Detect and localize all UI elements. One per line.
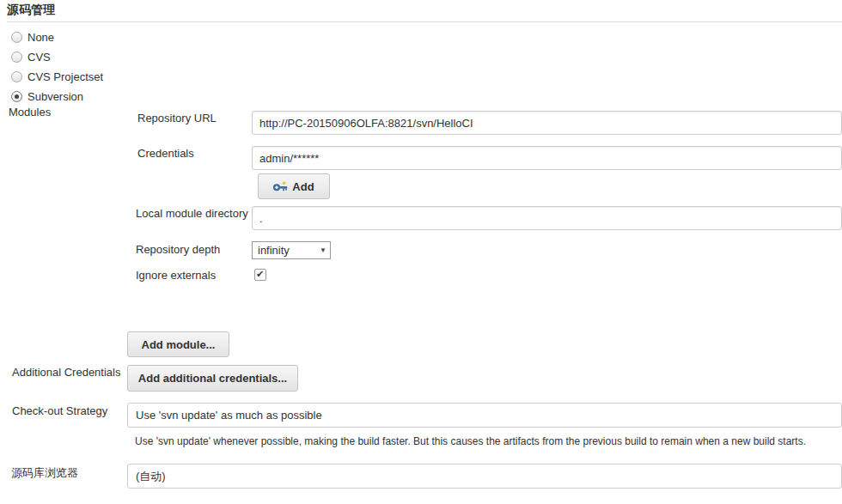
radio-button-subversion[interactable]	[11, 91, 22, 102]
repository-browser-select[interactable]: (自动)	[127, 464, 842, 489]
section-divider	[7, 21, 842, 22]
add-additional-credentials-button[interactable]: Add additional credentials...	[127, 365, 298, 392]
add-credentials-button-label: Add	[292, 180, 314, 193]
checkout-strategy-value: Use 'svn update' as much as possible	[136, 409, 322, 422]
add-credentials-button[interactable]: Add	[258, 173, 330, 199]
repository-depth-select[interactable]: infinity ▼	[252, 241, 331, 259]
checkout-strategy-help: Use 'svn update' whenever possible, maki…	[135, 435, 806, 447]
add-additional-credentials-button-label: Add additional credentials...	[138, 372, 287, 385]
repository-depth-label: Repository depth	[136, 243, 220, 256]
local-module-directory-label: Local module directory	[136, 207, 248, 220]
checkout-strategy-select[interactable]: Use 'svn update' as much as possible	[127, 403, 842, 428]
scm-option-cvs-projectset[interactable]: CVS Projectset	[11, 70, 103, 83]
modules-label: Modules	[9, 106, 51, 118]
scm-option-label: CVS Projectset	[27, 70, 103, 83]
radio-button-none[interactable]	[11, 32, 22, 43]
scm-option-label: CVS	[27, 51, 51, 64]
repository-url-label: Repository URL	[137, 112, 217, 124]
repository-browser-label: 源码库浏览器	[11, 465, 78, 481]
repository-url-input[interactable]	[252, 111, 842, 135]
additional-credentials-label: Additional Credentials	[12, 366, 120, 379]
add-module-button-label: Add module...	[142, 338, 216, 351]
ignore-externals-label: Ignore externals	[136, 269, 216, 282]
scm-option-cvs[interactable]: CVS	[11, 51, 51, 64]
credentials-input[interactable]	[252, 146, 842, 170]
page-title: 源码管理	[7, 3, 55, 18]
scm-option-subversion[interactable]: Subversion	[11, 90, 83, 103]
checkout-strategy-label: Check-out Strategy	[12, 404, 107, 417]
ignore-externals-checkbox[interactable]	[254, 269, 266, 281]
add-module-button[interactable]: Add module...	[127, 331, 229, 357]
scm-option-none[interactable]: None	[11, 31, 54, 44]
radio-button-cvs[interactable]	[11, 52, 22, 63]
repository-browser-value: (自动)	[136, 469, 166, 484]
radio-button-cvs-projectset[interactable]	[11, 71, 22, 82]
repository-depth-value: infinity	[258, 244, 290, 257]
scm-option-label: Subversion	[27, 90, 83, 103]
credentials-label: Credentials	[137, 147, 194, 160]
key-icon	[273, 181, 288, 191]
chevron-down-icon: ▼	[320, 246, 326, 254]
scm-config-page: 源码管理 None CVS CVS Projectset Subversion …	[0, 0, 842, 504]
local-module-directory-input[interactable]	[252, 206, 842, 230]
scm-option-label: None	[27, 31, 54, 44]
